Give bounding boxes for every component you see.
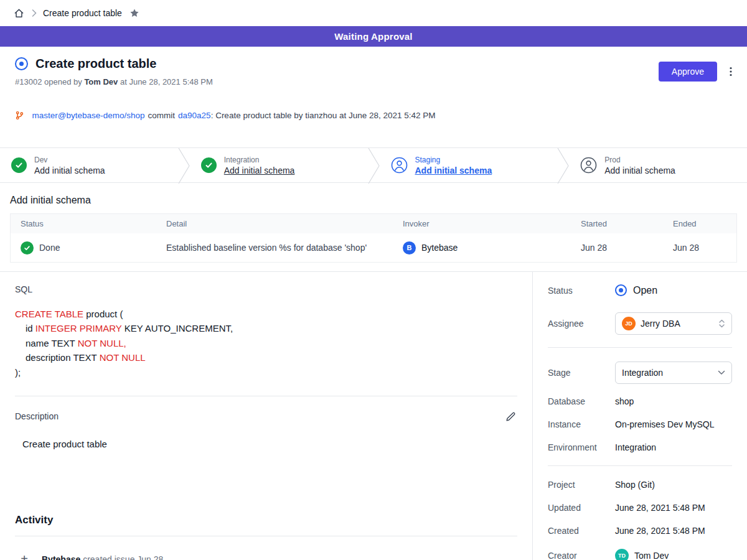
stage-pending-person-icon	[391, 157, 408, 174]
assignee-label: Assignee	[548, 319, 615, 329]
sql-text: product (	[83, 309, 123, 319]
stage-separator	[178, 148, 190, 182]
stage-env-label: Staging	[415, 156, 492, 164]
assignee-avatar: JD	[622, 317, 636, 330]
status-label: Status	[548, 286, 615, 296]
creator-label: Creator	[548, 551, 615, 560]
col-started: Started	[581, 219, 673, 228]
updated-label: Updated	[548, 503, 615, 513]
status-open-icon	[615, 284, 627, 296]
issue-opened-date: June 28, 2021 5:48 PM	[129, 77, 212, 86]
col-ended: Ended	[673, 219, 726, 228]
activity-divider	[15, 536, 517, 536]
activity-heading: Activity	[15, 514, 517, 526]
stage-staging[interactable]: Staging Add initial schema	[380, 148, 558, 182]
breadcrumb-chevron-icon	[32, 9, 37, 17]
chevron-down-icon	[718, 370, 725, 375]
task-invoker-cell: B Bytebase	[403, 241, 581, 254]
stage-integration[interactable]: Integration Add initial schema	[190, 148, 368, 182]
stage-dev[interactable]: Dev Add initial schema	[0, 148, 178, 182]
environment-label: Environment	[548, 442, 615, 452]
task-section-title: Add initial schema	[10, 195, 737, 206]
project-label: Project	[548, 480, 615, 490]
task-section: Add initial schema Status Detail Invoker…	[0, 195, 747, 263]
stage-task-label: Add initial schema	[604, 166, 675, 175]
selector-chevrons-icon	[718, 319, 725, 329]
description-text: Create product table	[22, 439, 517, 449]
issue-opened-by: opened by	[44, 77, 82, 86]
activity-item: + Bytebase created issue Jun 28	[15, 550, 517, 560]
home-icon[interactable]	[12, 7, 26, 20]
status-value: Open	[633, 285, 657, 296]
project-value: Shop (Git)	[615, 480, 655, 490]
description-label: Description	[15, 411, 59, 421]
stage-separator	[557, 148, 569, 182]
table-row[interactable]: Done Established baseline version %s for…	[11, 233, 736, 262]
created-value: June 28, 2021 5:48 PM	[615, 526, 705, 536]
commit-word: commit	[148, 111, 176, 120]
done-check-icon	[21, 241, 34, 254]
stage-task-label: Add initial schema	[415, 166, 492, 175]
pipeline-stages: Dev Add initial schema Integration Add i…	[0, 147, 747, 183]
stage-pending-person-icon	[580, 157, 597, 174]
sql-text: id	[26, 323, 35, 334]
sidebar-divider	[548, 347, 732, 348]
star-icon[interactable]	[128, 7, 141, 19]
approve-button[interactable]: Approve	[659, 62, 717, 82]
issue-title: Create product table	[35, 57, 156, 71]
database-value: shop	[615, 396, 634, 406]
task-ended-cell: Jun 28	[673, 243, 726, 253]
issue-sidebar: Status Open Assignee JD Jerry DBA Stage …	[532, 272, 747, 560]
task-table-header: Status Detail Invoker Started Ended	[11, 214, 736, 233]
stage-prod[interactable]: Prod Add initial schema	[569, 148, 747, 182]
created-label: Created	[548, 526, 615, 536]
edit-pencil-icon[interactable]	[504, 410, 517, 423]
issue-main: SQL CREATE TABLE product ( id INTEGER PR…	[0, 272, 532, 560]
task-detail-cell: Established baseline version %s for data…	[166, 243, 403, 253]
task-table: Status Detail Invoker Started Ended Done…	[10, 213, 737, 263]
sql-text: );	[15, 367, 21, 378]
stage-task-label: Add initial schema	[224, 166, 295, 175]
approval-banner-text: Waiting Approval	[334, 31, 412, 42]
sql-keyword: NOT NULL,	[78, 338, 126, 348]
commit-info: master@bytebase-demo/shop commit da90a25…	[15, 92, 732, 139]
stage-task-label: Add initial schema	[34, 166, 105, 175]
stage-select[interactable]: Integration	[615, 362, 732, 384]
sidebar-divider	[548, 465, 732, 466]
col-invoker: Invoker	[403, 219, 581, 228]
creator-avatar: TD	[615, 549, 629, 560]
stage-done-check-icon	[11, 157, 27, 173]
issue-id: #13002	[15, 77, 42, 86]
commit-repo-link[interactable]: master@bytebase-demo/shop	[32, 111, 145, 120]
sql-keyword: INTEGER PRIMARY	[35, 323, 122, 334]
issue-at: at	[120, 77, 127, 86]
issue-meta: #13002 opened by Tom Dev at June 28, 202…	[15, 77, 732, 86]
col-detail: Detail	[166, 219, 403, 228]
activity-action: created issue	[83, 554, 134, 560]
instance-value: On-premises Dev MySQL	[615, 419, 714, 429]
add-comment-icon[interactable]: +	[15, 550, 34, 560]
stage-separator	[368, 148, 380, 182]
sql-text: description TEXT	[26, 352, 100, 363]
approval-banner: Waiting Approval	[0, 26, 747, 47]
git-branch-icon	[15, 92, 29, 139]
kebab-menu-icon[interactable]	[725, 65, 737, 78]
task-status-cell: Done	[21, 241, 166, 254]
issue-author: Tom Dev	[84, 77, 118, 86]
task-status-text: Done	[39, 243, 60, 253]
issue-open-icon	[15, 57, 28, 70]
sql-label: SQL	[15, 284, 517, 294]
task-started-cell: Jun 28	[581, 243, 673, 253]
sql-keyword: CREATE TABLE	[15, 309, 83, 319]
commit-hash-link[interactable]: da90a25	[178, 111, 211, 120]
instance-label: Instance	[548, 419, 615, 429]
breadcrumb-page-title: Create product table	[43, 8, 122, 18]
sql-keyword: NOT NULL	[100, 352, 146, 363]
activity-actor: Bytebase	[42, 554, 80, 560]
breadcrumb: Create product table	[0, 0, 747, 26]
invoker-avatar: B	[403, 241, 416, 254]
activity-date: Jun 28	[137, 554, 163, 560]
stage-env-label: Integration	[224, 156, 295, 164]
assignee-select[interactable]: JD Jerry DBA	[615, 312, 732, 335]
stage-label: Stage	[548, 368, 615, 378]
